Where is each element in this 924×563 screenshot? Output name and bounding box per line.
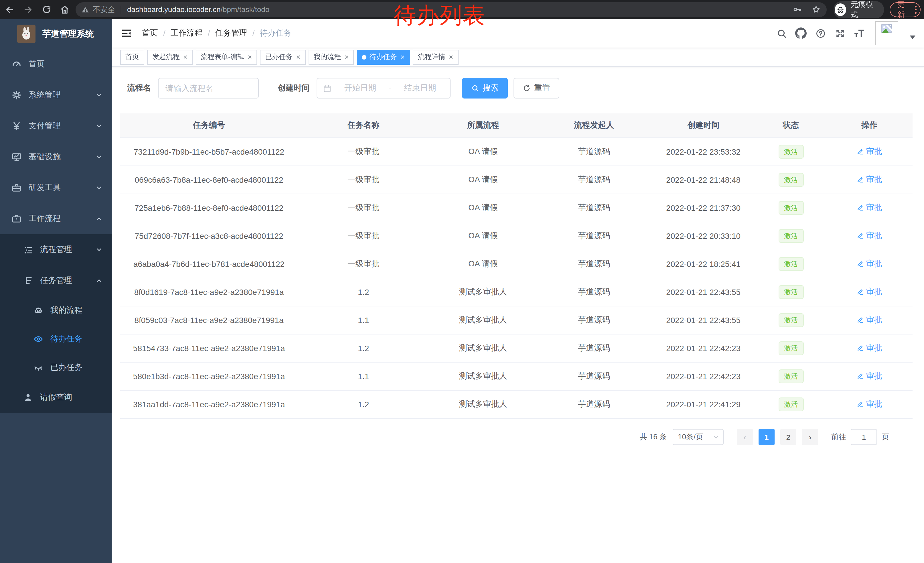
sidebar-collapse-icon[interactable] — [120, 27, 133, 39]
browser-back-icon[interactable] — [4, 4, 15, 15]
avatar-dropdown-caret[interactable] — [910, 36, 915, 39]
help-icon[interactable] — [814, 27, 826, 39]
breadcrumb-separator: / — [252, 29, 255, 38]
tab-process-detail[interactable]: 流程详情× — [413, 50, 458, 65]
search-icon[interactable] — [776, 27, 787, 39]
table-row: 8f059c03-7ac8-11ec-a9e2-a2380e71991a1.1测… — [120, 306, 912, 334]
sidebar-item-dev-tools[interactable]: 研发工具 — [0, 173, 112, 203]
approve-link[interactable]: 审批 — [856, 175, 882, 185]
sidebar-item-payment-management[interactable]: 支付管理 — [0, 111, 112, 141]
browser-menu-icon[interactable] — [915, 6, 916, 14]
app-logo-row[interactable]: 芋道管理系统 — [0, 19, 112, 49]
page-button-2[interactable]: 2 — [780, 429, 796, 445]
font-size-icon[interactable] — [854, 27, 865, 39]
github-icon[interactable] — [795, 27, 807, 39]
table-row: 069c6a63-7b8a-11ec-8ef0-acde48001122一级审批… — [120, 166, 912, 194]
sidebar-item-done-tasks[interactable]: 已办任务 — [0, 353, 112, 382]
sidebar-item-process-management[interactable]: 流程管理 — [0, 234, 112, 265]
url-domain: dashboard.yudao.iocoder.cn — [127, 5, 221, 14]
task-name-cell: 1.1 — [298, 306, 429, 334]
tab-todo-tasks[interactable]: 待办任务× — [357, 50, 410, 65]
approve-link[interactable]: 审批 — [856, 231, 882, 241]
task-name-cell: 1.2 — [298, 278, 429, 306]
close-icon[interactable]: × — [400, 53, 405, 61]
chevron-up-icon — [96, 215, 102, 222]
sidebar-item-my-process[interactable]: 我的流程 — [0, 296, 112, 325]
column-header: 任务编号 — [120, 113, 298, 138]
avatar[interactable] — [875, 21, 898, 45]
approve-link[interactable]: 审批 — [856, 259, 882, 269]
toolbox-icon — [12, 183, 22, 193]
page-button-1[interactable]: 1 — [759, 429, 775, 445]
update-label[interactable]: 更新 — [897, 0, 910, 20]
task-name-cell: 一级审批 — [298, 250, 429, 278]
starter-cell: 芋道源码 — [537, 194, 651, 222]
tab-start-process[interactable]: 发起流程× — [147, 50, 193, 65]
close-icon[interactable]: × — [345, 53, 349, 61]
process-name-input[interactable] — [158, 78, 259, 99]
sidebar-item-leave-query[interactable]: 请假查询 — [0, 382, 112, 413]
sidebar-item-system-management[interactable]: 系统管理 — [0, 80, 112, 111]
goto-page-input[interactable] — [851, 429, 877, 445]
tab-form-edit[interactable]: 流程表单-编辑× — [195, 50, 257, 65]
url-path: /bpm/task/todo — [221, 5, 270, 14]
end-date-placeholder[interactable]: 结束日期 — [396, 83, 444, 93]
breadcrumb-item[interactable]: 任务管理 — [215, 28, 248, 38]
next-page-button[interactable]: › — [802, 429, 818, 445]
date-range-picker[interactable]: 开始日期 - 结束日期 — [316, 78, 450, 99]
key-icon[interactable] — [792, 5, 802, 14]
fullscreen-icon[interactable] — [834, 27, 846, 39]
task-name-cell: 一级审批 — [298, 222, 429, 250]
column-header: 所属流程 — [429, 113, 537, 138]
approve-link[interactable]: 审批 — [856, 147, 882, 157]
breadcrumb-separator: / — [163, 29, 165, 38]
created-time-cell: 2022-01-21 22:41:29 — [651, 390, 756, 418]
browser-home-icon[interactable] — [60, 4, 70, 15]
status-badge: 激活 — [778, 257, 804, 271]
close-icon[interactable]: × — [183, 53, 188, 61]
app-title: 芋道管理系统 — [42, 29, 94, 39]
tab-my-process[interactable]: 我的流程× — [309, 50, 354, 65]
breadcrumb-item[interactable]: 工作流程 — [171, 28, 202, 38]
search-button[interactable]: 搜索 — [462, 78, 508, 99]
tab-done-tasks[interactable]: 已办任务× — [260, 50, 305, 65]
breadcrumb-item[interactable]: 首页 — [142, 28, 158, 38]
browser-update-button[interactable]: 更新 — [890, 2, 921, 17]
page-size-select[interactable]: 10条/页 — [673, 429, 724, 445]
approve-link[interactable]: 审批 — [856, 203, 882, 213]
table-row: 75d72608-7b7f-11ec-a3c8-acde48001122一级审批… — [120, 222, 912, 250]
browser-toolbar: 不安全 dashboard.yudao.iocoder.cn/bpm/task/… — [0, 0, 924, 19]
approve-link[interactable]: 审批 — [856, 371, 882, 381]
tree-icon — [23, 275, 33, 286]
starter-cell: 芋道源码 — [537, 166, 651, 194]
sidebar-item-home[interactable]: 首页 — [0, 49, 112, 80]
close-icon[interactable]: × — [296, 53, 300, 61]
status-badge: 激活 — [778, 398, 804, 411]
status-badge: 激活 — [778, 173, 804, 187]
prev-page-button[interactable]: ‹ — [737, 429, 753, 445]
sidebar-item-task-management[interactable]: 任务管理 — [0, 265, 112, 296]
approve-link[interactable]: 审批 — [856, 399, 882, 410]
approve-link[interactable]: 审批 — [856, 343, 882, 353]
close-icon[interactable]: × — [248, 53, 252, 61]
sidebar-item-todo-tasks[interactable]: 待办任务 — [0, 325, 112, 353]
search-button-icon — [471, 84, 479, 92]
task-name-cell: 1.2 — [298, 390, 429, 418]
starter-cell: 芋道源码 — [537, 278, 651, 306]
chevron-down-icon — [96, 246, 102, 253]
address-bar[interactable]: 不安全 dashboard.yudao.iocoder.cn/bpm/task/… — [76, 2, 826, 17]
approve-link[interactable]: 审批 — [856, 315, 882, 325]
sidebar-item-infrastructure[interactable]: 基础设施 — [0, 141, 112, 173]
close-icon[interactable]: × — [449, 53, 453, 61]
sidebar-item-workflow[interactable]: 工作流程 — [0, 203, 112, 234]
approve-link[interactable]: 审批 — [856, 287, 882, 297]
bookmark-star-icon[interactable] — [811, 5, 821, 14]
column-header: 操作 — [826, 113, 912, 138]
browser-forward-icon[interactable] — [23, 4, 33, 15]
reset-button[interactable]: 重置 — [513, 78, 560, 99]
browser-reload-icon[interactable] — [41, 4, 51, 15]
security-label[interactable]: 不安全 — [93, 4, 115, 15]
chevron-down-icon — [96, 92, 102, 99]
tab-home[interactable]: 首页 — [120, 50, 144, 65]
start-date-placeholder[interactable]: 开始日期 — [336, 83, 384, 93]
